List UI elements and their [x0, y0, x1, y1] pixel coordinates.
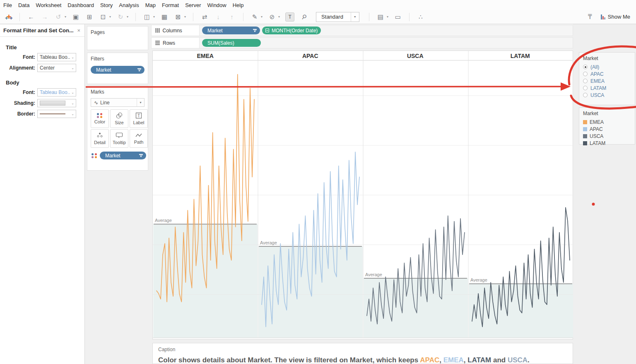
alignment-select[interactable]: Center⌄ — [37, 64, 76, 72]
market-filter-card: Market (All) APAC EMEA LATAM USCA — [579, 52, 635, 105]
close-icon[interactable]: × — [76, 27, 81, 34]
show-me-button[interactable]: Show Me — [601, 14, 630, 20]
filter-option-emea[interactable]: EMEA — [579, 77, 635, 84]
label-button[interactable]: T Label — [130, 109, 148, 128]
filter-option-usca[interactable]: USCA — [579, 92, 635, 99]
line-chart[interactable]: AverageAverageAverageAverage — [153, 51, 573, 340]
presentation-mode-icon[interactable]: ▭ — [394, 13, 402, 21]
size-button[interactable]: Size — [110, 109, 128, 128]
rows-pill-sum-sales[interactable]: SUM(Sales) — [202, 39, 261, 47]
radio-icon[interactable] — [583, 93, 588, 97]
radio-icon[interactable] — [583, 72, 588, 76]
share-icon[interactable]: ∴ — [417, 13, 425, 21]
sort-descending-icon[interactable]: ↑ — [228, 13, 236, 20]
color-button-label: Color — [94, 119, 105, 124]
alignment-label: Alignment: — [0, 65, 37, 71]
fit-selector-arrow-icon[interactable]: ▾ — [351, 12, 359, 22]
toolbar-divider — [193, 13, 193, 21]
cards-caret-icon[interactable]: ▾ — [387, 15, 388, 19]
clear-sheet-icon[interactable]: ⊠ — [174, 13, 182, 21]
filter-option-latam[interactable]: LATAM — [579, 84, 635, 92]
tooltip-toggle-icon[interactable]: ₸ — [586, 13, 594, 21]
save-icon[interactable]: ▣ — [72, 13, 80, 21]
new-worksheet-icon[interactable]: ◫ — [143, 13, 151, 21]
forward-icon[interactable]: → — [41, 13, 49, 20]
filter-option-all[interactable]: (All) — [579, 63, 635, 70]
fix-axes-icon[interactable]: ⚲ — [300, 13, 308, 21]
back-icon[interactable]: ← — [27, 13, 35, 20]
replay-icon[interactable]: ↺ — [54, 13, 63, 21]
fit-selector[interactable]: Standard ▾ — [316, 12, 359, 22]
replay-caret-icon[interactable]: ▾ — [65, 15, 66, 19]
duplicate-sheet-icon[interactable]: ▦ — [160, 13, 169, 21]
filter-option-apac-label: APAC — [590, 71, 604, 77]
menu-server[interactable]: Server — [185, 2, 201, 8]
filter-option-apac[interactable]: APAC — [579, 70, 635, 77]
sort-ascending-icon[interactable]: ↓ — [214, 13, 222, 20]
chevron-down-icon: ⌄ — [71, 55, 74, 59]
marks-pill-market[interactable]: Market — [100, 152, 146, 159]
swap-rows-columns-icon[interactable]: ⇄ — [200, 13, 209, 21]
body-font-select[interactable]: Tableau Boo..⌄ — [37, 88, 76, 96]
title-font-select[interactable]: Tableau Boo..⌄ — [37, 53, 76, 61]
menu-analysis[interactable]: Analysis — [119, 2, 139, 8]
filter-pill-market[interactable]: Market — [91, 66, 145, 74]
menu-map[interactable]: Map — [145, 2, 156, 8]
legend-item-latam[interactable]: LATAM — [579, 140, 635, 147]
border-select[interactable]: ⌄ — [37, 110, 76, 118]
menu-dashboard[interactable]: Dashboard — [67, 2, 94, 8]
pause-caret-icon[interactable]: ▾ — [109, 15, 111, 19]
menu-bar: File Data Worksheet Dashboard Story Anal… — [0, 0, 636, 10]
pause-auto-updates-icon[interactable]: ⊡ — [99, 13, 107, 21]
color-button[interactable]: Color — [91, 109, 109, 128]
update-caret-icon[interactable]: ▾ — [127, 15, 128, 19]
clear-sheet-caret-icon[interactable]: ▾ — [184, 15, 186, 19]
columns-pill-month-order-date[interactable]: MONTH(Order Date) — [262, 27, 321, 34]
run-update-icon[interactable]: ↻ — [116, 13, 125, 21]
show-hide-cards-icon[interactable]: ▤ — [376, 13, 385, 21]
market-legend-card: Market EMEA APAC USCA LATAM — [579, 107, 635, 145]
radio-icon[interactable] — [583, 86, 588, 90]
legend-item-usca[interactable]: USCA — [579, 133, 635, 140]
show-mark-labels-icon[interactable]: T — [285, 12, 294, 22]
radio-icon[interactable] — [583, 79, 588, 83]
shading-select[interactable]: ⌄ — [37, 99, 76, 107]
legend-item-apac[interactable]: APAC — [579, 125, 635, 133]
shading-swatch — [40, 101, 65, 106]
new-data-source-icon[interactable]: ⊞ — [85, 13, 94, 21]
filter-funnel-icon — [137, 68, 141, 71]
menu-help[interactable]: Help — [233, 2, 244, 8]
group-caret-icon[interactable]: ▾ — [278, 15, 280, 19]
menu-window[interactable]: Window — [207, 2, 226, 8]
new-worksheet-caret-icon[interactable]: ▾ — [153, 15, 155, 19]
columns-icon — [155, 28, 160, 33]
svg-text:T: T — [137, 113, 140, 118]
menu-data[interactable]: Data — [18, 2, 29, 8]
rows-label-text: Rows — [163, 40, 175, 46]
caption-segment: Color shows details about Market. The vi… — [158, 356, 420, 364]
highlight-icon[interactable]: ✎ — [251, 13, 259, 21]
path-button[interactable]: Path — [130, 129, 148, 148]
chart-view[interactable]: AverageAverageAverageAverage EMEA APAC U… — [152, 51, 573, 340]
facet-header-usca: USCA — [363, 51, 468, 60]
rows-shelf-label: Rows — [152, 38, 200, 48]
highlight-caret-icon[interactable]: ▾ — [261, 15, 263, 19]
filter-pill-label: Market — [96, 67, 135, 73]
legend-item-emea[interactable]: EMEA — [579, 118, 635, 125]
menu-file[interactable]: File — [3, 2, 12, 8]
caption-segment-usca: USCA — [508, 356, 528, 364]
caption-card: Caption Color shows details about Market… — [152, 343, 573, 364]
chevron-down-icon: ⌄ — [71, 91, 74, 94]
radio-selected-icon[interactable] — [583, 65, 588, 69]
menu-format[interactable]: Format — [162, 2, 179, 8]
columns-pill-market[interactable]: Market — [202, 27, 260, 34]
marks-card-title: Marks — [87, 86, 148, 96]
menu-worksheet[interactable]: Worksheet — [36, 2, 61, 8]
mark-type-caret-icon[interactable]: ▾ — [137, 99, 144, 106]
tooltip-button[interactable]: Tooltip — [110, 129, 128, 148]
legend-label-emea: EMEA — [590, 119, 604, 125]
menu-story[interactable]: Story — [100, 2, 113, 8]
mark-type-dropdown[interactable]: ∿Line ▾ — [91, 98, 145, 107]
group-members-icon[interactable]: ⊘ — [268, 13, 276, 21]
detail-button[interactable]: Detail — [91, 129, 109, 148]
